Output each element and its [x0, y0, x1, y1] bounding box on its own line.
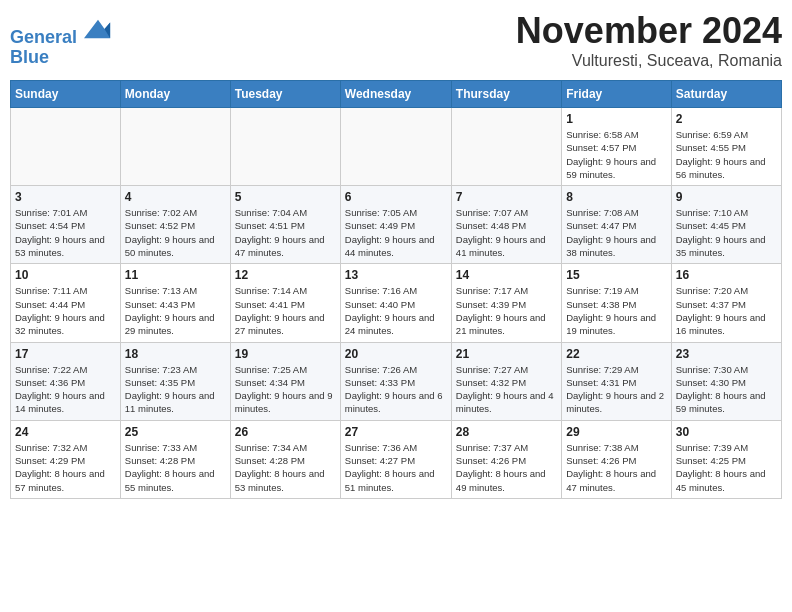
- day-info: Sunrise: 7:14 AM Sunset: 4:41 PM Dayligh…: [235, 284, 336, 337]
- calendar-cell: 23Sunrise: 7:30 AM Sunset: 4:30 PM Dayli…: [671, 342, 781, 420]
- title-section: November 2024 Vulturesti, Suceava, Roman…: [516, 10, 782, 70]
- calendar-cell: 14Sunrise: 7:17 AM Sunset: 4:39 PM Dayli…: [451, 264, 561, 342]
- day-number: 28: [456, 425, 557, 439]
- calendar-week-3: 10Sunrise: 7:11 AM Sunset: 4:44 PM Dayli…: [11, 264, 782, 342]
- day-info: Sunrise: 7:30 AM Sunset: 4:30 PM Dayligh…: [676, 363, 777, 416]
- day-info: Sunrise: 6:58 AM Sunset: 4:57 PM Dayligh…: [566, 128, 666, 181]
- day-number: 11: [125, 268, 226, 282]
- page-header: General Blue November 2024 Vulturesti, S…: [10, 10, 782, 70]
- calendar-week-2: 3Sunrise: 7:01 AM Sunset: 4:54 PM Daylig…: [11, 186, 782, 264]
- day-info: Sunrise: 7:11 AM Sunset: 4:44 PM Dayligh…: [15, 284, 116, 337]
- header-thursday: Thursday: [451, 81, 561, 108]
- day-info: Sunrise: 7:25 AM Sunset: 4:34 PM Dayligh…: [235, 363, 336, 416]
- calendar-cell: 4Sunrise: 7:02 AM Sunset: 4:52 PM Daylig…: [120, 186, 230, 264]
- day-number: 29: [566, 425, 666, 439]
- day-info: Sunrise: 7:19 AM Sunset: 4:38 PM Dayligh…: [566, 284, 666, 337]
- calendar-cell: 2Sunrise: 6:59 AM Sunset: 4:55 PM Daylig…: [671, 108, 781, 186]
- day-number: 4: [125, 190, 226, 204]
- calendar-cell: 18Sunrise: 7:23 AM Sunset: 4:35 PM Dayli…: [120, 342, 230, 420]
- calendar-cell: 7Sunrise: 7:07 AM Sunset: 4:48 PM Daylig…: [451, 186, 561, 264]
- day-number: 14: [456, 268, 557, 282]
- header-saturday: Saturday: [671, 81, 781, 108]
- header-sunday: Sunday: [11, 81, 121, 108]
- day-number: 3: [15, 190, 116, 204]
- logo-icon: [84, 15, 112, 43]
- calendar-cell: 12Sunrise: 7:14 AM Sunset: 4:41 PM Dayli…: [230, 264, 340, 342]
- logo-general: General: [10, 27, 77, 47]
- calendar-cell: 11Sunrise: 7:13 AM Sunset: 4:43 PM Dayli…: [120, 264, 230, 342]
- day-number: 19: [235, 347, 336, 361]
- day-info: Sunrise: 7:02 AM Sunset: 4:52 PM Dayligh…: [125, 206, 226, 259]
- calendar-cell: [120, 108, 230, 186]
- calendar-cell: 9Sunrise: 7:10 AM Sunset: 4:45 PM Daylig…: [671, 186, 781, 264]
- day-info: Sunrise: 7:38 AM Sunset: 4:26 PM Dayligh…: [566, 441, 666, 494]
- day-number: 22: [566, 347, 666, 361]
- day-number: 30: [676, 425, 777, 439]
- header-wednesday: Wednesday: [340, 81, 451, 108]
- day-info: Sunrise: 7:20 AM Sunset: 4:37 PM Dayligh…: [676, 284, 777, 337]
- calendar-cell: 30Sunrise: 7:39 AM Sunset: 4:25 PM Dayli…: [671, 420, 781, 498]
- day-info: Sunrise: 7:27 AM Sunset: 4:32 PM Dayligh…: [456, 363, 557, 416]
- calendar-header-row: Sunday Monday Tuesday Wednesday Thursday…: [11, 81, 782, 108]
- day-number: 7: [456, 190, 557, 204]
- calendar-cell: 8Sunrise: 7:08 AM Sunset: 4:47 PM Daylig…: [562, 186, 671, 264]
- day-info: Sunrise: 7:26 AM Sunset: 4:33 PM Dayligh…: [345, 363, 447, 416]
- day-number: 21: [456, 347, 557, 361]
- calendar-cell: 22Sunrise: 7:29 AM Sunset: 4:31 PM Dayli…: [562, 342, 671, 420]
- day-number: 6: [345, 190, 447, 204]
- day-info: Sunrise: 6:59 AM Sunset: 4:55 PM Dayligh…: [676, 128, 777, 181]
- day-info: Sunrise: 7:39 AM Sunset: 4:25 PM Dayligh…: [676, 441, 777, 494]
- day-info: Sunrise: 7:16 AM Sunset: 4:40 PM Dayligh…: [345, 284, 447, 337]
- calendar-cell: 17Sunrise: 7:22 AM Sunset: 4:36 PM Dayli…: [11, 342, 121, 420]
- day-number: 25: [125, 425, 226, 439]
- header-tuesday: Tuesday: [230, 81, 340, 108]
- day-number: 2: [676, 112, 777, 126]
- calendar-week-4: 17Sunrise: 7:22 AM Sunset: 4:36 PM Dayli…: [11, 342, 782, 420]
- day-number: 5: [235, 190, 336, 204]
- calendar-week-5: 24Sunrise: 7:32 AM Sunset: 4:29 PM Dayli…: [11, 420, 782, 498]
- day-info: Sunrise: 7:32 AM Sunset: 4:29 PM Dayligh…: [15, 441, 116, 494]
- calendar-cell: [11, 108, 121, 186]
- day-number: 26: [235, 425, 336, 439]
- calendar-cell: 29Sunrise: 7:38 AM Sunset: 4:26 PM Dayli…: [562, 420, 671, 498]
- calendar-cell: 16Sunrise: 7:20 AM Sunset: 4:37 PM Dayli…: [671, 264, 781, 342]
- calendar-cell: 6Sunrise: 7:05 AM Sunset: 4:49 PM Daylig…: [340, 186, 451, 264]
- day-number: 27: [345, 425, 447, 439]
- day-info: Sunrise: 7:07 AM Sunset: 4:48 PM Dayligh…: [456, 206, 557, 259]
- day-info: Sunrise: 7:01 AM Sunset: 4:54 PM Dayligh…: [15, 206, 116, 259]
- calendar-cell: 3Sunrise: 7:01 AM Sunset: 4:54 PM Daylig…: [11, 186, 121, 264]
- calendar-cell: 26Sunrise: 7:34 AM Sunset: 4:28 PM Dayli…: [230, 420, 340, 498]
- calendar-cell: [340, 108, 451, 186]
- calendar-cell: 10Sunrise: 7:11 AM Sunset: 4:44 PM Dayli…: [11, 264, 121, 342]
- day-info: Sunrise: 7:33 AM Sunset: 4:28 PM Dayligh…: [125, 441, 226, 494]
- day-info: Sunrise: 7:23 AM Sunset: 4:35 PM Dayligh…: [125, 363, 226, 416]
- day-info: Sunrise: 7:10 AM Sunset: 4:45 PM Dayligh…: [676, 206, 777, 259]
- calendar-cell: [230, 108, 340, 186]
- header-friday: Friday: [562, 81, 671, 108]
- header-monday: Monday: [120, 81, 230, 108]
- day-info: Sunrise: 7:36 AM Sunset: 4:27 PM Dayligh…: [345, 441, 447, 494]
- calendar-cell: 13Sunrise: 7:16 AM Sunset: 4:40 PM Dayli…: [340, 264, 451, 342]
- calendar-table: Sunday Monday Tuesday Wednesday Thursday…: [10, 80, 782, 499]
- calendar-subtitle: Vulturesti, Suceava, Romania: [516, 52, 782, 70]
- calendar-cell: 19Sunrise: 7:25 AM Sunset: 4:34 PM Dayli…: [230, 342, 340, 420]
- calendar-title: November 2024: [516, 10, 782, 52]
- calendar-cell: 5Sunrise: 7:04 AM Sunset: 4:51 PM Daylig…: [230, 186, 340, 264]
- day-info: Sunrise: 7:05 AM Sunset: 4:49 PM Dayligh…: [345, 206, 447, 259]
- day-number: 10: [15, 268, 116, 282]
- day-number: 1: [566, 112, 666, 126]
- day-info: Sunrise: 7:08 AM Sunset: 4:47 PM Dayligh…: [566, 206, 666, 259]
- day-number: 20: [345, 347, 447, 361]
- calendar-cell: 1Sunrise: 6:58 AM Sunset: 4:57 PM Daylig…: [562, 108, 671, 186]
- calendar-cell: [451, 108, 561, 186]
- day-info: Sunrise: 7:34 AM Sunset: 4:28 PM Dayligh…: [235, 441, 336, 494]
- day-number: 9: [676, 190, 777, 204]
- day-info: Sunrise: 7:17 AM Sunset: 4:39 PM Dayligh…: [456, 284, 557, 337]
- day-number: 8: [566, 190, 666, 204]
- day-info: Sunrise: 7:37 AM Sunset: 4:26 PM Dayligh…: [456, 441, 557, 494]
- calendar-week-1: 1Sunrise: 6:58 AM Sunset: 4:57 PM Daylig…: [11, 108, 782, 186]
- day-number: 18: [125, 347, 226, 361]
- calendar-cell: 15Sunrise: 7:19 AM Sunset: 4:38 PM Dayli…: [562, 264, 671, 342]
- logo-text: General: [10, 15, 112, 48]
- logo-blue: Blue: [10, 48, 112, 68]
